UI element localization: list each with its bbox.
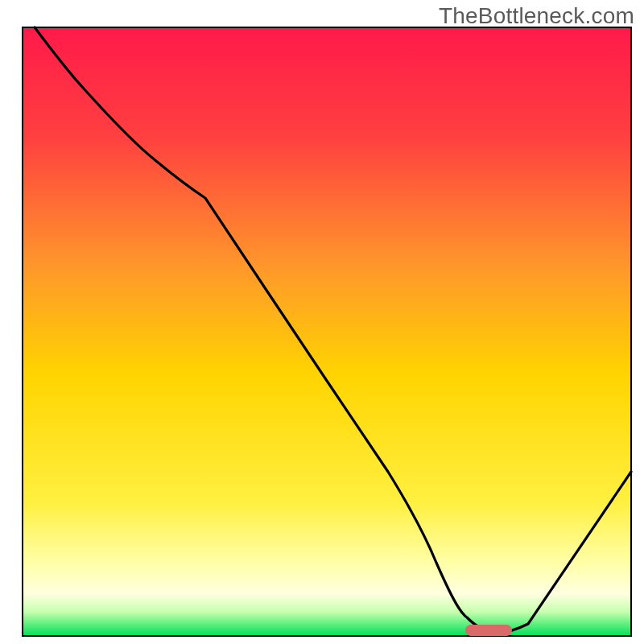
gradient-background — [23, 27, 631, 636]
chart-container: TheBottleneck.com — [0, 0, 644, 644]
optimal-marker — [465, 625, 512, 636]
site-watermark: TheBottleneck.com — [439, 3, 634, 29]
plot-area — [23, 27, 631, 636]
bottleneck-chart — [0, 0, 644, 644]
